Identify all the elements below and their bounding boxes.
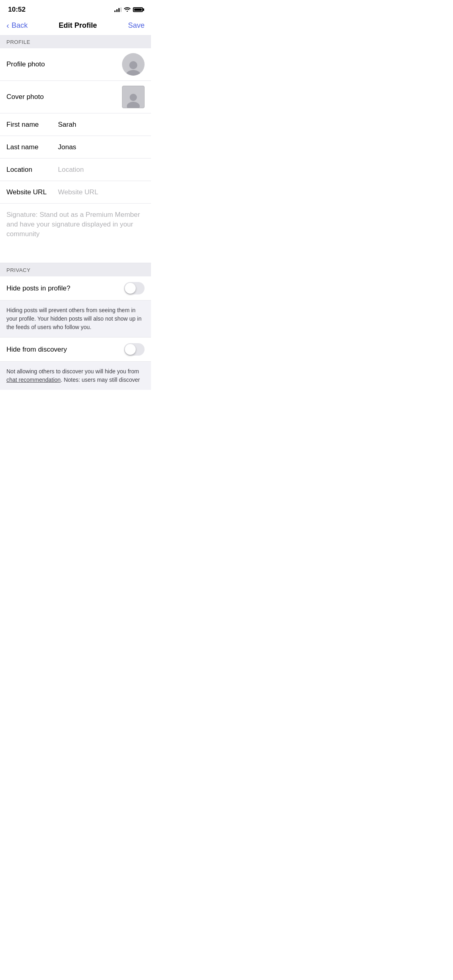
signature-placeholder: Signature: Stand out as a Premium Member… <box>6 211 140 238</box>
hide-discovery-label: Hide from discovery <box>6 346 67 354</box>
profile-photo-row[interactable]: Profile photo <box>0 48 151 81</box>
location-label: Location <box>6 166 55 174</box>
location-row[interactable]: Location <box>0 159 151 181</box>
hide-posts-info-text: Hiding posts will prevent others from se… <box>6 306 145 331</box>
profile-form-section: Profile photo Cover photo First name Las… <box>0 48 151 263</box>
profile-photo-avatar[interactable] <box>122 53 145 76</box>
last-name-input[interactable] <box>55 143 145 151</box>
hide-posts-label: Hide posts in profile? <box>6 284 70 292</box>
hide-discovery-info-text: Not allowing others to discover you will… <box>6 367 145 384</box>
last-name-label: Last name <box>6 143 55 151</box>
location-input[interactable] <box>55 166 145 174</box>
battery-icon <box>133 7 143 12</box>
cover-photo-label: Cover photo <box>6 93 44 101</box>
signal-icon <box>114 7 122 12</box>
profile-section-header: PROFILE <box>0 35 151 48</box>
cover-photo-avatar[interactable] <box>122 86 145 108</box>
profile-photo-label: Profile photo <box>6 60 45 68</box>
signature-row[interactable]: Signature: Stand out as a Premium Member… <box>0 204 151 263</box>
back-label: Back <box>12 21 28 30</box>
first-name-row[interactable]: First name <box>0 113 151 136</box>
status-time: 10:52 <box>8 6 25 14</box>
svg-point-0 <box>129 61 137 69</box>
website-url-input[interactable] <box>55 188 145 196</box>
save-button[interactable]: Save <box>128 21 145 30</box>
toggle-knob <box>125 283 136 294</box>
hide-posts-toggle[interactable] <box>124 282 145 294</box>
hide-discovery-row: Hide from discovery <box>0 338 151 362</box>
page-title: Edit Profile <box>59 21 97 30</box>
svg-point-1 <box>126 70 141 76</box>
website-url-label: Website URL <box>6 188 55 196</box>
svg-point-2 <box>130 94 137 101</box>
nav-bar: ‹ Back Edit Profile Save <box>0 18 151 35</box>
website-url-row[interactable]: Website URL <box>0 181 151 204</box>
hide-posts-info: Hiding posts will prevent others from se… <box>0 301 151 338</box>
privacy-section: Hide posts in profile? Hiding posts will… <box>0 276 151 390</box>
hide-discovery-toggle[interactable] <box>124 343 145 356</box>
status-icons <box>114 6 143 13</box>
first-name-label: First name <box>6 121 55 129</box>
chevron-left-icon: ‹ <box>6 21 9 30</box>
back-button[interactable]: ‹ Back <box>6 21 28 30</box>
privacy-section-header: PRIVACY <box>0 263 151 276</box>
toggle-knob-2 <box>125 344 136 355</box>
wifi-icon <box>124 6 130 13</box>
status-bar: 10:52 <box>0 0 151 18</box>
svg-point-3 <box>127 102 140 108</box>
hide-discovery-info: Not allowing others to discover you will… <box>0 362 151 390</box>
last-name-row[interactable]: Last name <box>0 136 151 159</box>
first-name-input[interactable] <box>55 121 145 129</box>
cover-photo-row[interactable]: Cover photo <box>0 81 151 113</box>
hide-posts-row: Hide posts in profile? <box>0 276 151 301</box>
